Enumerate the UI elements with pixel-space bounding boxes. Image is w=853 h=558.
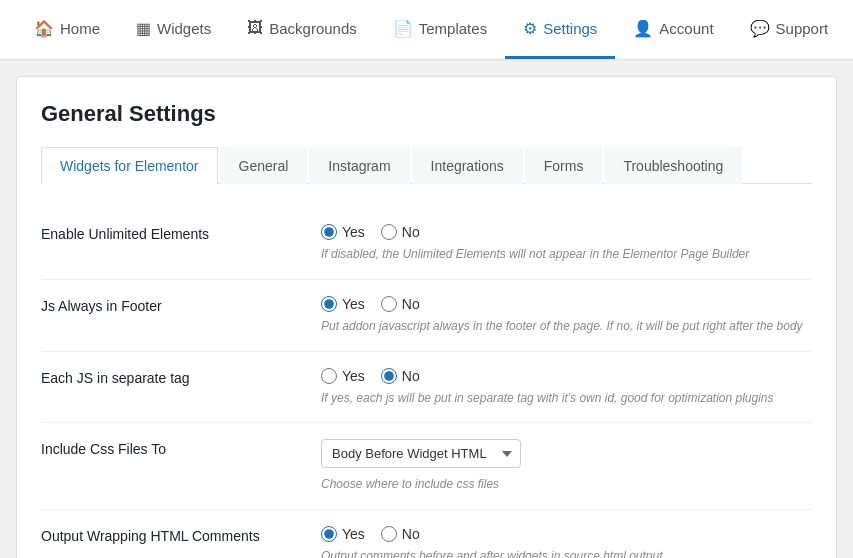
radio-no-output-wrapping-html-comments[interactable]: No [381, 526, 420, 542]
radio-group-js-always-in-footer: YesNo [321, 296, 812, 312]
radio-no-label-output-wrapping-html-comments: No [402, 526, 420, 542]
setting-hint-each-js-in-separate-tag: If yes, each js will be put in separate … [321, 390, 812, 407]
setting-label-output-wrapping-html-comments: Output Wrapping HTML Comments [41, 526, 321, 544]
nav-item-backgrounds[interactable]: 🖼Backgrounds [229, 0, 375, 59]
setting-row-include-css-files-to: Include Css Files ToBody Before Widget H… [41, 423, 812, 510]
radio-no-input-output-wrapping-html-comments[interactable] [381, 526, 397, 542]
setting-row-each-js-in-separate-tag: Each JS in separate tagYesNoIf yes, each… [41, 352, 812, 424]
radio-no-enable-unlimited-elements[interactable]: No [381, 224, 420, 240]
tab-general[interactable]: General [220, 147, 308, 184]
account-icon: 👤 [633, 19, 653, 38]
nav-item-label-templates: Templates [419, 20, 487, 37]
radio-yes-each-js-in-separate-tag[interactable]: Yes [321, 368, 365, 384]
top-navigation: 🏠Home▦Widgets🖼Backgrounds📄Templates⚙Sett… [0, 0, 853, 60]
nav-item-settings[interactable]: ⚙Settings [505, 0, 615, 59]
radio-yes-output-wrapping-html-comments[interactable]: Yes [321, 526, 365, 542]
radio-yes-js-always-in-footer[interactable]: Yes [321, 296, 365, 312]
tab-integrations[interactable]: Integrations [412, 147, 523, 184]
setting-control-include-css-files-to: Body Before Widget HTMLHeadFooterChoose … [321, 439, 812, 493]
setting-label-js-always-in-footer: Js Always in Footer [41, 296, 321, 314]
setting-hint-js-always-in-footer: Put addon javascript always in the foote… [321, 318, 812, 335]
home-icon: 🏠 [34, 19, 54, 38]
nav-item-label-settings: Settings [543, 20, 597, 37]
backgrounds-icon: 🖼 [247, 19, 263, 37]
radio-group-each-js-in-separate-tag: YesNo [321, 368, 812, 384]
setting-row-output-wrapping-html-comments: Output Wrapping HTML CommentsYesNoOutput… [41, 510, 812, 558]
content-area: General Settings Widgets for ElementorGe… [16, 76, 837, 558]
radio-no-input-js-always-in-footer[interactable] [381, 296, 397, 312]
radio-no-each-js-in-separate-tag[interactable]: No [381, 368, 420, 384]
setting-hint-include-css-files-to: Choose where to include css files [321, 476, 812, 493]
nav-item-label-widgets: Widgets [157, 20, 211, 37]
radio-yes-label-each-js-in-separate-tag: Yes [342, 368, 365, 384]
radio-no-label-each-js-in-separate-tag: No [402, 368, 420, 384]
tab-widgets-for-elementor[interactable]: Widgets for Elementor [41, 147, 218, 184]
nav-item-label-home: Home [60, 20, 100, 37]
radio-yes-label-output-wrapping-html-comments: Yes [342, 526, 365, 542]
setting-row-enable-unlimited-elements: Enable Unlimited ElementsYesNoIf disable… [41, 208, 812, 280]
setting-row-js-always-in-footer: Js Always in FooterYesNoPut addon javasc… [41, 280, 812, 352]
setting-control-output-wrapping-html-comments: YesNoOutput comments before and after wi… [321, 526, 812, 558]
tabs-container: Widgets for ElementorGeneralInstagramInt… [41, 147, 812, 184]
settings-icon: ⚙ [523, 19, 537, 38]
nav-item-support[interactable]: 💬Support [732, 0, 847, 59]
page-title: General Settings [41, 101, 812, 127]
nav-item-templates[interactable]: 📄Templates [375, 0, 505, 59]
radio-yes-input-each-js-in-separate-tag[interactable] [321, 368, 337, 384]
settings-table: Enable Unlimited ElementsYesNoIf disable… [41, 208, 812, 558]
radio-yes-enable-unlimited-elements[interactable]: Yes [321, 224, 365, 240]
setting-hint-enable-unlimited-elements: If disabled, the Unlimited Elements will… [321, 246, 812, 263]
setting-control-enable-unlimited-elements: YesNoIf disabled, the Unlimited Elements… [321, 224, 812, 263]
setting-control-js-always-in-footer: YesNoPut addon javascript always in the … [321, 296, 812, 335]
setting-label-each-js-in-separate-tag: Each JS in separate tag [41, 368, 321, 386]
tab-troubleshooting[interactable]: Troubleshooting [604, 147, 742, 184]
radio-no-js-always-in-footer[interactable]: No [381, 296, 420, 312]
setting-label-include-css-files-to: Include Css Files To [41, 439, 321, 457]
widgets-icon: ▦ [136, 19, 151, 38]
nav-item-label-support: Support [776, 20, 829, 37]
nav-item-account[interactable]: 👤Account [615, 0, 731, 59]
tab-forms[interactable]: Forms [525, 147, 603, 184]
nav-item-widgets[interactable]: ▦Widgets [118, 0, 229, 59]
radio-no-input-enable-unlimited-elements[interactable] [381, 224, 397, 240]
radio-yes-input-js-always-in-footer[interactable] [321, 296, 337, 312]
radio-yes-input-enable-unlimited-elements[interactable] [321, 224, 337, 240]
tab-instagram[interactable]: Instagram [309, 147, 409, 184]
radio-no-label-enable-unlimited-elements: No [402, 224, 420, 240]
nav-item-label-backgrounds: Backgrounds [269, 20, 357, 37]
setting-hint-output-wrapping-html-comments: Output comments before and after widgets… [321, 548, 812, 558]
radio-yes-input-output-wrapping-html-comments[interactable] [321, 526, 337, 542]
nav-item-home[interactable]: 🏠Home [16, 0, 118, 59]
radio-group-output-wrapping-html-comments: YesNo [321, 526, 812, 542]
radio-yes-label-enable-unlimited-elements: Yes [342, 224, 365, 240]
setting-label-enable-unlimited-elements: Enable Unlimited Elements [41, 224, 321, 242]
radio-yes-label-js-always-in-footer: Yes [342, 296, 365, 312]
radio-no-label-js-always-in-footer: No [402, 296, 420, 312]
setting-control-each-js-in-separate-tag: YesNoIf yes, each js will be put in sepa… [321, 368, 812, 407]
select-include-css-files-to[interactable]: Body Before Widget HTMLHeadFooter [321, 439, 521, 468]
nav-item-label-account: Account [659, 20, 713, 37]
radio-no-input-each-js-in-separate-tag[interactable] [381, 368, 397, 384]
templates-icon: 📄 [393, 19, 413, 38]
support-icon: 💬 [750, 19, 770, 38]
radio-group-enable-unlimited-elements: YesNo [321, 224, 812, 240]
